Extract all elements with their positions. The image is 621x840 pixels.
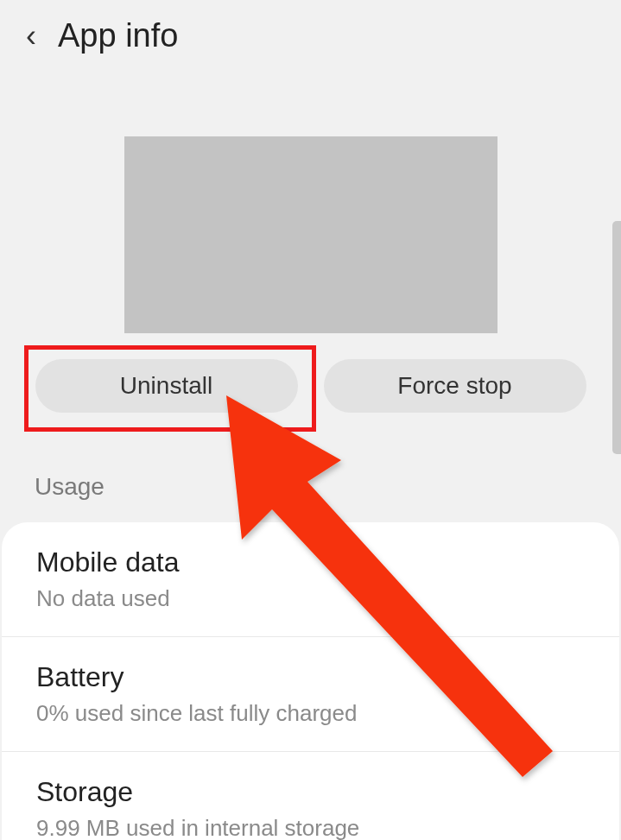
app-icon-placeholder	[124, 136, 497, 333]
header: ‹ App info	[0, 0, 621, 72]
mobile-data-subtitle: No data used	[36, 585, 585, 612]
battery-item[interactable]: Battery 0% used since last fully charged	[2, 637, 619, 752]
page-title: App info	[58, 17, 178, 54]
back-icon[interactable]: ‹	[26, 21, 36, 52]
battery-title: Battery	[36, 661, 585, 693]
storage-subtitle: 9.99 MB used in internal storage	[36, 815, 585, 840]
scrollbar-indicator	[612, 221, 621, 454]
mobile-data-title: Mobile data	[36, 546, 585, 578]
usage-section-label: Usage	[0, 447, 621, 522]
storage-title: Storage	[36, 776, 585, 808]
storage-item[interactable]: Storage 9.99 MB used in internal storage	[2, 752, 619, 840]
force-stop-button[interactable]: Force stop	[324, 359, 586, 413]
action-button-row: Uninstall Force stop	[0, 333, 621, 447]
usage-card: Mobile data No data used Battery 0% used…	[2, 522, 619, 840]
app-icon-container	[0, 72, 621, 333]
battery-subtitle: 0% used since last fully charged	[36, 700, 585, 727]
mobile-data-item[interactable]: Mobile data No data used	[2, 522, 619, 637]
uninstall-button[interactable]: Uninstall	[35, 359, 298, 413]
